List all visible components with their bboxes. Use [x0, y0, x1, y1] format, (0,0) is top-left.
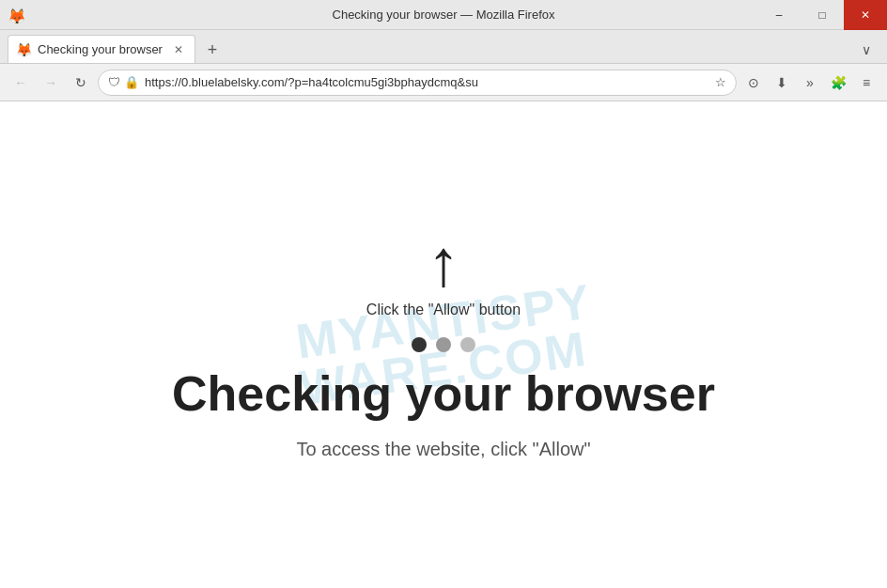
back-button[interactable]: ←: [8, 70, 34, 96]
tab-list-button[interactable]: ∨: [853, 37, 879, 63]
tab-list-area: ∨: [853, 37, 879, 63]
tab-favicon: 🦊: [16, 42, 32, 57]
reload-icon: ↻: [75, 75, 86, 90]
pocket-icon: ⊙: [748, 75, 759, 90]
maximize-button[interactable]: □: [801, 0, 844, 30]
main-content: ↑ Click the "Allow" button Checking your…: [172, 230, 715, 460]
browser-tab[interactable]: 🦊 Checking your browser ✕: [8, 35, 195, 63]
tab-title: Checking your browser: [38, 42, 166, 56]
hamburger-icon: ≡: [863, 75, 870, 90]
back-icon: ←: [14, 75, 27, 90]
extensions-icon: 🧩: [831, 75, 847, 90]
forward-icon: →: [44, 75, 57, 90]
page-heading: Checking your browser: [172, 365, 715, 422]
arrow-section: ↑ Click the "Allow" button: [366, 230, 521, 318]
pocket-button[interactable]: ⊙: [740, 70, 767, 96]
navigation-bar: ← → ↻ 🛡 🔒 https://0.bluelabelsky.com/?p=…: [0, 64, 887, 101]
info-icon: 🛡: [108, 75, 120, 89]
dot1: [412, 337, 427, 352]
loading-dots: [412, 337, 475, 352]
download-button[interactable]: ⬇: [769, 70, 795, 96]
page-subtext: To access the website, click "Allow": [296, 439, 590, 460]
minimize-button[interactable]: –: [757, 0, 801, 30]
title-bar: 🦊 Checking your browser — Mozilla Firefo…: [0, 0, 887, 30]
menu-button[interactable]: ≡: [853, 70, 879, 96]
upward-arrow-icon: ↑: [427, 230, 459, 296]
window-title: Checking your browser — Mozilla Firefox: [333, 8, 555, 22]
reload-button[interactable]: ↻: [68, 70, 94, 96]
tab-bar: 🦊 Checking your browser ✕ + ∨: [0, 30, 887, 64]
security-icons: 🛡 🔒: [108, 75, 139, 89]
tab-close-button[interactable]: ✕: [170, 41, 187, 58]
firefox-icon: 🦊: [8, 8, 23, 23]
url-text: https://0.bluelabelsky.com/?p=ha4tcolcmu…: [145, 75, 709, 89]
lock-icon: 🔒: [124, 75, 139, 89]
more-tools-button[interactable]: »: [797, 70, 823, 96]
bookmark-icon[interactable]: ☆: [715, 75, 726, 89]
page-content: MYANTISPY WARE.COM ↑ Click the "Allow" b…: [0, 101, 887, 588]
title-bar-left: 🦊: [0, 8, 30, 23]
extensions-button[interactable]: 🧩: [825, 70, 851, 96]
download-icon: ⬇: [776, 75, 787, 90]
dot2: [436, 337, 451, 352]
click-allow-label: Click the "Allow" button: [366, 302, 521, 318]
new-tab-button[interactable]: +: [199, 37, 226, 63]
window-controls: – □ ✕: [757, 0, 887, 30]
dot3: [460, 337, 475, 352]
nav-right-buttons: ⊙ ⬇ » 🧩 ≡: [740, 70, 879, 96]
address-bar[interactable]: 🛡 🔒 https://0.bluelabelsky.com/?p=ha4tco…: [98, 70, 737, 96]
forward-button[interactable]: →: [38, 70, 64, 96]
more-tools-icon: »: [806, 75, 814, 90]
close-button[interactable]: ✕: [844, 0, 887, 30]
